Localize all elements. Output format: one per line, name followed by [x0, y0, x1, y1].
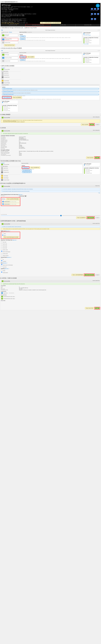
device-dynamic-smart[interactable]: Dynamic Smart — [2, 41, 18, 44]
configure-button[interactable]: Configure — [20, 36, 26, 37]
more-icon[interactable]: ⋯ — [81, 32, 81, 33]
nav-logical-devices[interactable]: Logical Devices — [2, 72, 21, 74]
view-more-link[interactable]: View more details — [83, 44, 88, 44]
clear-config-button[interactable]: Clear Configuration — [2, 97, 11, 98]
create-array-screen: Smart Array P244br · Create Array In a d… — [0, 184, 101, 220]
drive-checkbox-row[interactable]: 300 GB SAS HDDPort 1I : Box 1 : Bay 1 — [2, 200, 20, 203]
strip-option[interactable]: 16 KB / 16 KB — [1, 243, 100, 244]
size-group: Maximum Size: 279.4 GB (default) Custom … — [1, 264, 100, 268]
strip-size-group: 8 KB / 8 KB 16 KB / 16 KB 32 KB / 32 KB … — [1, 241, 100, 256]
menu-f10[interactable]: Intelligent Provisioning [F10] — [26, 24, 51, 26]
step2-title: 2.等待出现Smart Storage Administrator之后，点进Sm… — [1, 27, 100, 28]
whats-this-link[interactable]: What's this...? — [19, 194, 23, 195]
strip-option[interactable]: 512 KB / 512 KB — [1, 252, 100, 254]
tools-hdr[interactable]: Tools — [2, 78, 21, 80]
status-header: Status Messages — [83, 32, 99, 33]
bios-icon[interactable]: Health — [94, 18, 96, 21]
physical-drives-hdr: Physical Drives — [1, 294, 100, 295]
nav-physical-devices[interactable]: Physical Devices — [2, 74, 21, 76]
menu-f12[interactable]: Network Boot [F12] — [75, 24, 100, 26]
caching-on-option[interactable]: Enabled — [1, 269, 100, 271]
ssa-screen: hpSmart Storage Administrator? ✕ Availab… — [1, 49, 100, 64]
advanced-ctrl-button[interactable]: Advanced Controller Settings — [2, 91, 99, 92]
strip-size-label: Strip Size / Full Stripe Size — [1, 240, 12, 240]
strip-option[interactable]: 64 KB / 64 KB — [1, 246, 100, 248]
size-custom-option[interactable]: Custom Size — [1, 266, 100, 268]
create-logical-drive-screen: Smart Array P244br · Create Logical Driv… — [0, 222, 101, 277]
array-details-hdr: Array Details — [1, 285, 100, 286]
configure-screen: Configure Smart Array P244br Controller … — [1, 67, 100, 113]
callout-step1: step 1.在启动过程中按下"F10"选择智能管理 — [40, 22, 61, 24]
diagnose-button[interactable]: Diagnose — [20, 38, 26, 40]
whats-this-link[interactable]: What's this...? — [3, 262, 7, 264]
logical-drive-item: Logical Drive 1 279.4 GB, RAID 1 — [1, 292, 100, 294]
raid1-option[interactable]: RAID 1 — [2, 234, 19, 236]
whats-this-link[interactable]: What's this...? — [6, 231, 10, 232]
cancel-button[interactable]: Cancel — [95, 124, 100, 125]
strip-option[interactable]: 256 KB / 256 KB (default) — [1, 250, 100, 252]
nav-license-manager[interactable]: License Manager — [2, 80, 21, 82]
nav-encryption-manager[interactable]: Encryption Manager — [2, 82, 21, 84]
strip-option[interactable]: 1024 KB / 1024 KB — [1, 254, 100, 256]
size-max-option[interactable]: Maximum Size: 279.4 GB (default) — [1, 264, 100, 266]
whats-this-link[interactable]: What's this...? — [13, 240, 17, 240]
hide-link[interactable]: ? Hide — [98, 192, 100, 193]
parallel-scan-button[interactable]: Parallel Surface Scan — [22, 172, 32, 173]
step8-title: 8.在Create Array页面上点击选择磁盘和创建RAID — [0, 182, 101, 184]
create-ld-button[interactable]: Create Logical Drive — [85, 274, 94, 276]
refresh-link[interactable]: Refresh — [9, 32, 12, 32]
encryption-settings-title: Encryption Settings — [1, 150, 100, 150]
callout-step11: Step11.选择创建逻辑磁盘 — [72, 274, 84, 276]
diagnose-button[interactable]: Diagnose — [20, 59, 26, 60]
bios-icon[interactable]: Restart — [91, 18, 93, 21]
capacity-slider[interactable] — [1, 215, 100, 216]
bios-icon[interactable]: Launch — [97, 13, 99, 16]
help-icon[interactable]: ? ✕ — [98, 30, 99, 30]
bios-icon[interactable]: System Utilities — [91, 8, 93, 11]
bios-icon[interactable]: SSA — [94, 13, 96, 16]
strip-option[interactable]: 128 KB / 128 KB — [1, 248, 100, 250]
configure-button[interactable]: Configure — [20, 56, 26, 58]
modify-ctrl-button[interactable]: Modify Controller Settings — [2, 88, 99, 90]
device-controller[interactable]: Smart Array P244brEmbedded Slot — [2, 38, 18, 41]
whats-this-link[interactable]: What's this...? — [5, 268, 9, 269]
drive-type-select[interactable]: select drive type — [19, 196, 27, 197]
modify-spare-button[interactable]: Modify Spare Activation Mode — [2, 94, 99, 95]
bios-icon[interactable]: Network Boot — [91, 13, 93, 16]
bios-proc-count: 2 Processor(s) detected, 12 total cores … — [2, 14, 99, 14]
whats-this-link[interactable]: What's this...? — [7, 257, 12, 258]
set-mode-button[interactable]: Set HBA/RAID Mode — [22, 170, 32, 171]
bios-proc2: Proc 2: Intel(R) Xeon(R) CPU E5-2620 v3 … — [2, 15, 99, 16]
callout-step7: Step7.点击创建Array — [30, 166, 40, 168]
sectors-option[interactable]: 63 — [1, 258, 100, 260]
clear-button[interactable]: Clear — [90, 124, 94, 125]
drive-checkbox[interactable] — [3, 201, 4, 202]
cancel-button[interactable]: Cancel — [95, 217, 100, 218]
bios-icon[interactable]: Intelligent Provisioning — [94, 8, 96, 11]
menu-f11[interactable]: Boot Menu [F11] — [51, 24, 75, 26]
clear-success-msg: The controller configuration(s) cleared … — [1, 133, 100, 134]
strip-option[interactable]: 32 KB / 32 KB — [1, 244, 100, 246]
view-all-status-link[interactable]: View all status messages — [83, 35, 91, 36]
bios-icon[interactable]: Boot Menu — [97, 8, 99, 11]
step10-title: 10.点击完成，完成RAID1的创建 — [0, 277, 101, 279]
all-drives-tab[interactable]: All Drives — [2, 198, 5, 200]
caching-off-option[interactable]: Disabled (default) — [1, 271, 100, 273]
finish-button[interactable]: Finish — [95, 308, 99, 309]
selection-summary: 0 of 2 (0 TB) in RAID — [1, 214, 100, 215]
create-array-button[interactable]: Create Array — [22, 167, 29, 168]
ok-dot-icon — [83, 42, 84, 43]
create-array-submit-button[interactable]: Create Array — [87, 217, 94, 218]
hp-text-logo: hp — [2, 30, 3, 31]
callout-step6: Step6.点击完成 — [86, 156, 94, 159]
sectors-option[interactable]: 32 (default) — [1, 260, 100, 262]
menu-f9[interactable]: System Utilities [F9] — [1, 24, 26, 26]
finish-button[interactable]: Finish — [95, 157, 99, 158]
nav-unassigned-drives[interactable]: Unassigned Drives — [2, 76, 21, 78]
drive-checkbox-row[interactable]: 300 GB SAS HDDPort 1I : Box 1 : Bay 2 — [2, 203, 20, 205]
device-server[interactable]: HP ProLiantLocal Server — [2, 34, 18, 37]
drive-checkbox[interactable] — [3, 204, 4, 205]
raid0-option[interactable]: RAID 0 — [2, 232, 19, 234]
strip-option[interactable]: 8 KB / 8 KB — [1, 241, 100, 242]
cancel-button[interactable]: Cancel — [95, 274, 100, 276]
